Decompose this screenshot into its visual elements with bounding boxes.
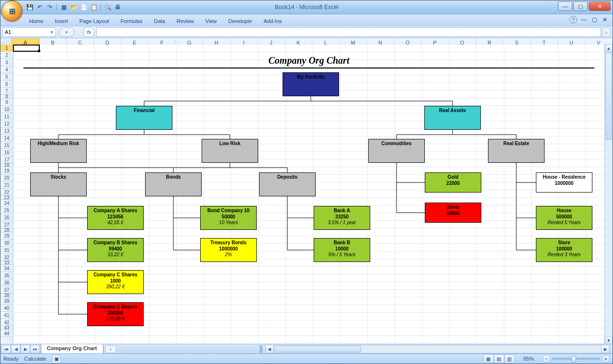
- chart-node-bc[interactable]: Bond Company 105000010 Years: [200, 206, 257, 230]
- zoom-slider[interactable]: [552, 358, 600, 360]
- maximize-button[interactable]: ▢: [573, 1, 588, 11]
- sheet-tab-active[interactable]: Company Org Chart: [41, 344, 103, 354]
- chart-node-bb[interactable]: Bank B100005% / 5 Years: [314, 238, 370, 262]
- print-icon[interactable]: 🖶: [114, 3, 122, 11]
- chart-node-lr[interactable]: Low Risk: [202, 139, 258, 163]
- row-header-4[interactable]: 4: [0, 66, 13, 73]
- print-preview-icon[interactable]: 🔍: [103, 3, 112, 11]
- tab-home[interactable]: Home: [23, 17, 49, 26]
- row-header-24[interactable]: 24: [0, 200, 13, 207]
- chart-node-tb[interactable]: Treasury Bonds10000002%: [200, 238, 257, 262]
- expand-formula-bar-icon[interactable]: ⌄: [602, 27, 611, 37]
- chart-node-bo[interactable]: Bonds: [145, 172, 202, 196]
- row-header-28[interactable]: 28: [0, 228, 13, 232]
- new-sheet-icon[interactable]: ✧: [105, 345, 116, 353]
- chart-node-hr[interactable]: House - Residence1000000: [536, 172, 592, 193]
- minimize-button[interactable]: —: [558, 1, 572, 11]
- chart-node-si[interactable]: Silver33000: [425, 203, 481, 223]
- view-page-layout-icon[interactable]: ▤: [494, 354, 504, 363]
- help-icon[interactable]: ?: [569, 16, 577, 23]
- row-header-21[interactable]: 21: [0, 182, 13, 189]
- chart-node-cd[interactable]: Company D Shares200000120,88 €: [87, 302, 144, 326]
- chart-node-hmr[interactable]: High/Medium Risk: [30, 139, 87, 163]
- row-header-9[interactable]: 9: [0, 99, 13, 106]
- tab-page-layout[interactable]: Page Layout: [74, 17, 115, 26]
- chart-node-cc[interactable]: Company C Shares1000390,22 €: [87, 270, 144, 294]
- row-header-43[interactable]: 43: [0, 326, 13, 330]
- chevron-down-icon[interactable]: ▼: [50, 30, 54, 34]
- chart-node-cb[interactable]: Company B Shares9940033,22 €: [87, 238, 144, 262]
- row-header-8[interactable]: 8: [0, 95, 13, 99]
- row-header-14[interactable]: 14: [0, 135, 13, 142]
- name-box[interactable]: A1 ▼: [2, 27, 56, 37]
- row-header-34[interactable]: 34: [0, 265, 13, 272]
- scroll-left-icon[interactable]: ◀: [266, 345, 274, 353]
- view-normal-icon[interactable]: ▦: [483, 354, 494, 363]
- zoom-in-icon[interactable]: +: [602, 355, 610, 363]
- save-icon[interactable]: 💾: [25, 3, 34, 11]
- row-header-5[interactable]: 5: [0, 73, 13, 80]
- row-header-41[interactable]: 41: [0, 312, 13, 319]
- row-header-12[interactable]: 12: [0, 120, 13, 127]
- chart-node-st[interactable]: Stocks: [30, 172, 87, 196]
- row-header-35[interactable]: 35: [0, 272, 13, 279]
- fx-button[interactable]: fx: [84, 27, 94, 37]
- chart-node-re[interactable]: Real Estate: [488, 139, 545, 163]
- new-icon[interactable]: ▦: [59, 3, 68, 11]
- sheet-nav-first-icon[interactable]: ⏮: [1, 345, 11, 353]
- close-workbook-icon[interactable]: ✕: [601, 16, 609, 23]
- chart-node-com[interactable]: Commodities: [368, 139, 425, 163]
- tab-data[interactable]: Data: [148, 17, 170, 26]
- tab-review[interactable]: Review: [171, 17, 200, 26]
- row-header-33[interactable]: 33: [0, 261, 13, 265]
- chart-node-fin[interactable]: Financial: [116, 106, 172, 130]
- fx-dropdown-icon[interactable]: ●: [65, 30, 68, 34]
- row-header-13[interactable]: 13: [0, 127, 13, 135]
- view-page-break-icon[interactable]: ▥: [504, 354, 515, 363]
- open-icon[interactable]: 📂: [69, 3, 78, 11]
- zoom-out-icon[interactable]: −: [543, 355, 550, 363]
- row-header-44[interactable]: 44: [0, 330, 13, 337]
- hscroll-thumb[interactable]: [274, 346, 361, 353]
- chart-node-ba[interactable]: Bank A332503.5% / 1 year: [314, 206, 370, 230]
- chart-node-root[interactable]: My Portfolio: [283, 72, 339, 96]
- row-header-30[interactable]: 30: [0, 239, 13, 247]
- chart-node-de[interactable]: Deposits: [259, 172, 316, 196]
- scroll-down-icon[interactable]: ▼: [605, 337, 613, 344]
- row-header-3[interactable]: 3: [0, 59, 13, 66]
- row-header-25[interactable]: 25: [0, 207, 13, 214]
- vertical-scrollbar[interactable]: ▲ ▼: [604, 45, 613, 344]
- row-header-39[interactable]: 39: [0, 297, 13, 305]
- row-header-23[interactable]: 23: [0, 196, 13, 200]
- redo-icon[interactable]: ↷: [45, 3, 54, 11]
- sheet-nav-last-icon[interactable]: ⏭: [30, 345, 40, 353]
- tab-developer[interactable]: Developer: [222, 17, 258, 26]
- row-header-36[interactable]: 36: [0, 279, 13, 286]
- row-header-6[interactable]: 6: [0, 80, 13, 88]
- row-header-29[interactable]: 29: [0, 232, 13, 239]
- tab-addins[interactable]: Add-Ins: [258, 17, 288, 26]
- row-header-18[interactable]: 18: [0, 163, 13, 167]
- scroll-up-icon[interactable]: ▲: [605, 45, 613, 52]
- chart-node-ra[interactable]: Real Assets: [424, 106, 481, 130]
- row-header-31[interactable]: 31: [0, 247, 13, 254]
- row-header-20[interactable]: 20: [0, 174, 13, 182]
- formula-input[interactable]: [96, 27, 601, 37]
- sheet-nav-prev-icon[interactable]: ◀: [11, 345, 21, 353]
- close-button[interactable]: ✕: [589, 1, 611, 11]
- horizontal-scrollbar[interactable]: ◀ ▶: [265, 345, 610, 353]
- sheet-nav-next-icon[interactable]: ▶: [21, 345, 30, 353]
- row-header-16[interactable]: 16: [0, 149, 13, 156]
- macro-record-icon[interactable]: ▣: [52, 355, 61, 363]
- restore-window-icon[interactable]: ▢: [590, 16, 598, 23]
- row-header-2[interactable]: 2: [0, 52, 13, 59]
- row-header-10[interactable]: 10: [0, 106, 13, 113]
- zoom-slider-knob[interactable]: [571, 356, 576, 363]
- chart-node-ho[interactable]: House500000Rented 5 Years: [536, 206, 592, 230]
- paste-icon[interactable]: 📋: [90, 3, 98, 11]
- chart-node-ca[interactable]: Company A Shares12345642,55 €: [87, 206, 144, 230]
- row-header-1[interactable]: 1: [0, 45, 13, 52]
- copy-icon[interactable]: 📄: [79, 3, 88, 11]
- tab-split-handle[interactable]: [260, 345, 262, 353]
- row-header-15[interactable]: 15: [0, 142, 13, 149]
